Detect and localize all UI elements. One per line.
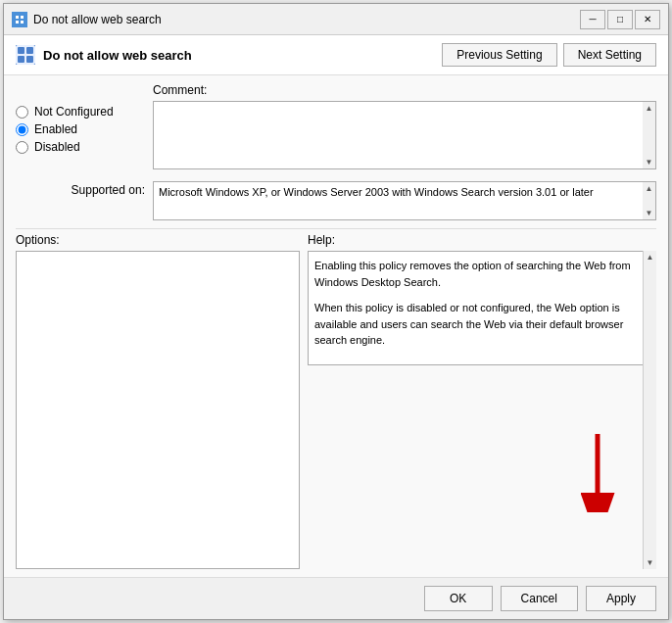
options-section: Options: [16, 233, 300, 569]
svg-rect-1 [16, 16, 19, 19]
enabled-radio[interactable] [16, 123, 28, 136]
options-help-row: Options: Help: Enabling this policy remo… [4, 233, 668, 577]
radio-comment-row: Not Configured Enabled Disabled Comment:… [4, 75, 668, 177]
supported-on-label: Supported on: [16, 181, 153, 197]
window-icon [12, 12, 27, 27]
window-controls: ─ □ ✕ [580, 10, 660, 29]
apply-button[interactable]: Apply [586, 586, 656, 611]
close-button[interactable]: ✕ [635, 10, 660, 29]
not-configured-option[interactable]: Not Configured [16, 105, 153, 119]
help-scroll-down: ▼ [647, 558, 654, 567]
help-section: Help: Enabling this policy removes the o… [308, 233, 656, 569]
title-bar: Do not allow web search ─ □ ✕ [4, 4, 668, 35]
nav-buttons: Previous Setting Next Setting [442, 43, 656, 67]
svg-rect-7 [26, 47, 33, 54]
disabled-option[interactable]: Disabled [16, 140, 153, 154]
help-scrollbar: ▲ ▼ [643, 251, 656, 569]
scroll-down-arrow: ▼ [646, 158, 653, 167]
radio-group: Not Configured Enabled Disabled [16, 83, 153, 169]
not-configured-radio[interactable] [16, 106, 28, 119]
supported-text-wrapper: Microsoft Windows XP, or Windows Server … [153, 181, 656, 220]
enabled-option[interactable]: Enabled [16, 122, 153, 136]
comment-section: Comment: ▲ ▼ [153, 83, 656, 169]
maximize-button[interactable]: □ [607, 10, 633, 29]
header-bar: Do not allow web search Previous Setting… [4, 35, 668, 75]
next-setting-button[interactable]: Next Setting [563, 43, 656, 67]
window-title: Do not allow web search [33, 13, 580, 26]
disabled-radio[interactable] [16, 141, 28, 154]
dialog-icon [16, 45, 35, 65]
enabled-label: Enabled [34, 122, 77, 136]
cancel-button[interactable]: Cancel [501, 586, 578, 611]
svg-rect-4 [21, 21, 24, 24]
not-configured-label: Not Configured [34, 105, 114, 119]
svg-rect-0 [14, 14, 25, 25]
svg-rect-9 [26, 56, 33, 63]
help-scroll-up: ▲ [647, 253, 654, 262]
footer-bar: OK Cancel Apply [4, 577, 668, 619]
supported-scroll-down: ▼ [646, 209, 653, 217]
minimize-button[interactable]: ─ [580, 10, 605, 29]
scroll-up-arrow: ▲ [646, 104, 653, 113]
svg-rect-3 [16, 21, 19, 24]
help-paragraph-1: Enabling this policy removes the option … [314, 258, 636, 290]
supported-scroll-up: ▲ [646, 184, 653, 193]
prev-setting-button[interactable]: Previous Setting [442, 43, 556, 67]
policy-dialog: Do not allow web search ─ □ ✕ Do not all… [3, 3, 669, 620]
arrow-indicator [568, 434, 627, 515]
content-area: Not Configured Enabled Disabled Comment:… [4, 75, 668, 577]
disabled-label: Disabled [34, 140, 80, 154]
comment-textarea[interactable] [153, 101, 656, 169]
options-box [16, 251, 300, 569]
svg-rect-2 [21, 16, 24, 19]
help-label: Help: [308, 233, 656, 247]
dialog-title: Do not allow web search [16, 45, 192, 65]
help-text-box: Enabling this policy removes the option … [308, 251, 656, 365]
dialog-title-text: Do not allow web search [43, 48, 192, 63]
help-paragraph-2: When this policy is disabled or not conf… [314, 300, 636, 349]
ok-button[interactable]: OK [424, 586, 493, 611]
supported-text: Microsoft Windows XP, or Windows Server … [159, 186, 594, 198]
comment-label: Comment: [153, 83, 656, 97]
supported-text-box: Microsoft Windows XP, or Windows Server … [153, 181, 656, 220]
help-box-wrapper: Enabling this policy removes the option … [308, 251, 656, 569]
supported-scrollbar: ▲ ▼ [643, 181, 656, 220]
comment-scrollbar: ▲ ▼ [643, 101, 656, 169]
svg-rect-8 [18, 56, 24, 63]
options-label: Options: [16, 233, 300, 247]
supported-row: Supported on: Microsoft Windows XP, or W… [4, 177, 668, 228]
svg-rect-6 [18, 47, 24, 54]
section-divider [16, 228, 656, 229]
